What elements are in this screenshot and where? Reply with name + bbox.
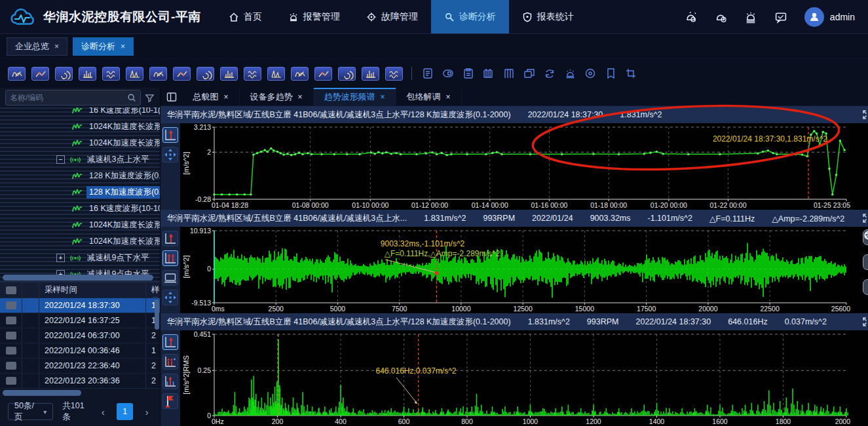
fullscreen-icon[interactable]: [861, 212, 868, 224]
tree-item-7[interactable]: 16 K速度波形(10-10: [0, 201, 160, 217]
search-box[interactable]: [5, 90, 141, 106]
row-checkbox-cell[interactable]: [0, 328, 22, 343]
history-button[interactable]: [863, 254, 868, 270]
move-tool-button[interactable]: [162, 147, 178, 163]
trend-alarm-icon[interactable]: [220, 67, 238, 81]
trend-icon[interactable]: [8, 67, 26, 81]
tree-item-8[interactable]: 1024K加速度长波形: [0, 217, 160, 233]
fullscreen-icon[interactable]: [861, 109, 868, 121]
table-row-1[interactable]: 2022/01/24 18:37:301: [0, 298, 160, 313]
tab-close-icon[interactable]: ×: [121, 42, 125, 51]
plot-2[interactable]: [m/s^2]10.9130-9.5130ms25005000750010000…: [180, 227, 868, 313]
table-row-5[interactable]: 2022/01/23 22:36:402: [0, 358, 160, 374]
user-menu[interactable]: admin: [804, 7, 855, 27]
analysis-tab-2[interactable]: 设备多趋势×: [240, 88, 314, 106]
row-checkbox-cell[interactable]: [0, 343, 22, 358]
tree-item-10[interactable]: +减速机9点下水平: [0, 250, 160, 266]
panel-toggle-icon[interactable]: [160, 88, 183, 106]
report-icon[interactable]: [421, 66, 435, 81]
workspace-tab-1[interactable]: 企业总览×: [7, 37, 67, 56]
row-checkbox-cell[interactable]: [0, 374, 22, 388]
torch-icon[interactable]: [385, 67, 403, 81]
page-size-select[interactable]: 50条/页 ▾: [8, 403, 53, 420]
layers-icon[interactable]: [522, 66, 537, 81]
nav-item-3[interactable]: 故障管理: [353, 0, 431, 33]
workspace-tab-2[interactable]: 诊断分析×: [73, 37, 134, 56]
header-checkbox-cell[interactable]: [0, 282, 22, 298]
disc-icon[interactable]: [441, 66, 455, 81]
scatter-icon[interactable]: [31, 67, 49, 81]
alarm-config-icon[interactable]: [684, 10, 697, 24]
row-checkbox-cell[interactable]: [0, 298, 22, 313]
tree-item-1[interactable]: 16 K速度波形(10-1(: [0, 107, 160, 119]
orbit-icon[interactable]: [55, 67, 73, 81]
histogram-icon[interactable]: [197, 67, 214, 81]
fullscreen-icon[interactable]: [861, 316, 868, 328]
table-horizontal-scrollbar[interactable]: [3, 390, 81, 396]
nav-item-1[interactable]: 首页: [216, 0, 275, 33]
bode-icon[interactable]: [244, 67, 261, 81]
tree-item-5[interactable]: 128 K加速度波形(0.: [0, 168, 160, 184]
tab-close-icon[interactable]: ×: [298, 92, 303, 102]
filter-icon[interactable]: [291, 67, 309, 81]
column-view-icon[interactable]: [502, 66, 516, 81]
spectrum-icon[interactable]: [79, 67, 96, 81]
refresh-button[interactable]: [863, 279, 868, 295]
next-page-button[interactable]: ›: [142, 406, 151, 417]
alarm-clock-icon[interactable]: [714, 10, 727, 24]
tree-item-3[interactable]: 1024K加速度长波形: [0, 135, 160, 151]
multi-wave-icon[interactable]: [149, 67, 167, 81]
flag-tool-button[interactable]: [162, 393, 178, 409]
cursor-single-tool-button[interactable]: [162, 334, 178, 350]
dual-spectrum-icon[interactable]: [126, 67, 143, 81]
ripple-icon[interactable]: [338, 67, 356, 81]
tree-horizontal-scrollbar[interactable]: [3, 275, 153, 281]
tab-close-icon[interactable]: ×: [381, 92, 385, 102]
table-row-4[interactable]: 2022/01/24 00:36:461: [0, 343, 160, 358]
plot-1[interactable]: [m/s^2]3.2132-0.2801-04 18:2801-08 00:00…: [180, 123, 868, 210]
table-row-3[interactable]: 2022/01/24 06:37:002: [0, 328, 160, 343]
plot-3[interactable]: [m/s^2]RMS0.4510.2500Hz20040060080010001…: [180, 330, 868, 426]
tab-close-icon[interactable]: ×: [54, 42, 59, 51]
analysis-tab-4[interactable]: 包络解调×: [396, 88, 462, 106]
sync-icon[interactable]: [542, 66, 557, 81]
clipboard-icon[interactable]: [461, 66, 476, 81]
move-tool-button[interactable]: [162, 290, 178, 305]
tab-close-icon[interactable]: ×: [224, 92, 229, 102]
cascade-icon[interactable]: [173, 67, 191, 81]
tree-item-4[interactable]: −减速机3点上水平: [0, 151, 160, 168]
page-number-button[interactable]: 1: [117, 403, 133, 420]
fence-diagram-icon[interactable]: [481, 66, 496, 81]
expand-icon[interactable]: +: [56, 254, 65, 262]
badge-icon[interactable]: [583, 66, 597, 81]
tab-close-icon[interactable]: ×: [446, 92, 451, 102]
search-icon[interactable]: [127, 93, 136, 102]
cursor-double-tool-button[interactable]: [162, 250, 178, 266]
tree-item-9[interactable]: 1024K加速度长波形: [0, 233, 160, 250]
alarm-notify-icon[interactable]: [744, 10, 757, 24]
waveform-icon[interactable]: [102, 67, 120, 81]
cursor-single-tool-button[interactable]: [162, 231, 178, 246]
cursor-sideband-tool-button[interactable]: [162, 374, 178, 389]
cursor-single-tool-button[interactable]: [162, 127, 178, 143]
row-checkbox-cell[interactable]: [0, 358, 22, 373]
nav-item-2[interactable]: 报警管理: [275, 0, 353, 33]
nav-item-4[interactable]: 诊断分析: [431, 0, 509, 33]
table-row-2[interactable]: 2022/01/24 16:37:251: [0, 313, 160, 328]
analysis-tab-1[interactable]: 总貌图×: [183, 88, 240, 106]
analysis-tab-3[interactable]: 趋势波形频谱×: [314, 88, 396, 106]
cursor-harmonic-tool-button[interactable]: [162, 354, 178, 370]
quad-view-icon[interactable]: [314, 67, 332, 81]
table-vertical-scrollbar[interactable]: [155, 300, 159, 330]
crop-icon[interactable]: [624, 66, 638, 81]
table-row-6[interactable]: 2022/01/23 20:36:362: [0, 374, 160, 389]
avatar[interactable]: [804, 7, 824, 27]
filter-icon[interactable]: [145, 93, 155, 103]
search-input[interactable]: [10, 93, 127, 102]
bookmark-icon[interactable]: [603, 66, 618, 81]
nav-item-5[interactable]: 报表统计: [509, 0, 587, 33]
tree-item-6[interactable]: 128 K加速度波形(0.: [0, 184, 160, 201]
row-checkbox-cell[interactable]: [0, 313, 22, 328]
siren-icon[interactable]: [563, 66, 577, 81]
envelope-icon[interactable]: [267, 67, 285, 81]
